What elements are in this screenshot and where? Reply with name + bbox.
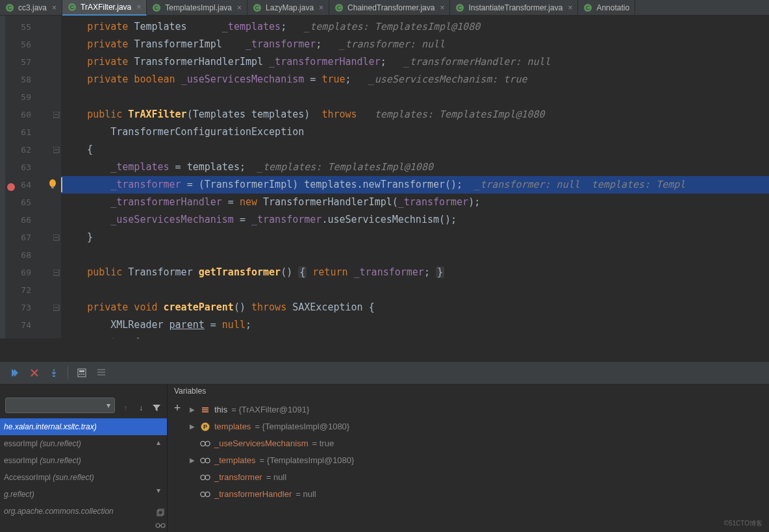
- code-line[interactable]: _transformer = (TransformerImpl) templat…: [61, 176, 769, 194]
- variables-tree[interactable]: ▶this = {TrAXFilter@1091}▶Ptemplates = {…: [187, 399, 769, 532]
- list-icon[interactable]: [95, 367, 107, 379]
- scroll-down-icon[interactable]: ▾: [157, 486, 166, 495]
- variable-name: _useServicesMechanism: [214, 435, 309, 452]
- code-area[interactable]: private Templates _templates; _templates…: [61, 16, 769, 338]
- variable-row[interactable]: ▶Ptemplates = {TemplatesImpl@1080}: [187, 418, 769, 435]
- code-line[interactable]: private Templates _templates; _templates…: [61, 18, 769, 36]
- code-line[interactable]: [61, 246, 769, 264]
- file-tab[interactable]: CAnnotatio: [578, 0, 635, 16]
- line-number[interactable]: 65: [5, 194, 38, 211]
- code-line[interactable]: [61, 281, 769, 299]
- variable-row[interactable]: _useServicesMechanism = true: [187, 435, 769, 452]
- fold-icon[interactable]: [38, 106, 61, 123]
- glasses-icon[interactable]: [155, 520, 166, 531]
- gutter-mark-row: [38, 211, 61, 229]
- variable-name: _templates: [214, 452, 256, 469]
- line-number[interactable]: 64: [5, 176, 38, 194]
- file-tab[interactable]: Ccc3.java×: [0, 0, 62, 16]
- close-tab-icon[interactable]: ×: [568, 3, 572, 12]
- code-line[interactable]: public TrAXFilter(Templates templates) t…: [61, 106, 769, 123]
- debug-panel: ▾ ↑ ↓ he.xalan.internal.xsltc.trax)essor…: [0, 385, 769, 532]
- expand-icon[interactable]: ▶: [190, 418, 196, 435]
- variable-row[interactable]: ▶this = {TrAXFilter@1091}: [187, 401, 769, 418]
- file-tab[interactable]: CChainedTransformer.java×: [329, 0, 450, 16]
- stack-frame-row[interactable]: g.reflect): [0, 486, 167, 503]
- thread-dropdown[interactable]: ▾: [5, 398, 115, 413]
- close-tab-icon[interactable]: ×: [319, 3, 323, 12]
- code-line[interactable]: _useServicesMechanism = _transformer.use…: [61, 211, 769, 229]
- line-number[interactable]: 74: [5, 316, 38, 334]
- code-line[interactable]: }: [61, 229, 769, 246]
- line-number[interactable]: 72: [5, 281, 38, 299]
- fold-icon[interactable]: [38, 299, 61, 316]
- frames-list[interactable]: he.xalan.internal.xsltc.trax)essorImpl (…: [0, 418, 167, 532]
- next-frame-icon[interactable]: ↓: [136, 403, 146, 413]
- code-line[interactable]: XMLReader parent = null;: [61, 316, 769, 334]
- code-line[interactable]: TransformerConfigurationException: [61, 123, 769, 141]
- file-tab[interactable]: CTemplatesImpl.java×: [147, 0, 247, 16]
- code-line[interactable]: [61, 88, 769, 106]
- line-number[interactable]: 67: [5, 229, 38, 246]
- fold-icon[interactable]: [38, 141, 61, 158]
- close-tab-icon[interactable]: ×: [440, 3, 444, 12]
- rerun-icon[interactable]: [9, 367, 21, 379]
- variable-row[interactable]: ▶_templates = {TemplatesImpl@1080}: [187, 452, 769, 469]
- line-number[interactable]: 75: [5, 334, 38, 338]
- scroll-up-icon[interactable]: ▴: [157, 438, 166, 447]
- stack-frame-row[interactable]: he.xalan.internal.xsltc.trax): [0, 418, 167, 435]
- line-gutter[interactable]: 555657585960@61626364656667686972737475: [5, 16, 38, 338]
- filter-icon[interactable]: [151, 403, 162, 413]
- calculator-icon[interactable]: [76, 367, 88, 379]
- variable-name: this: [214, 401, 227, 418]
- variable-row[interactable]: _transformer = null: [187, 469, 769, 486]
- line-number[interactable]: 73: [5, 299, 38, 316]
- line-number[interactable]: 66: [5, 211, 38, 229]
- gutter-marks[interactable]: [38, 16, 61, 338]
- expand-icon[interactable]: ▶: [190, 401, 196, 418]
- line-number[interactable]: 60@: [5, 106, 38, 123]
- close-tab-icon[interactable]: ×: [52, 3, 57, 12]
- line-number[interactable]: 61: [5, 123, 38, 141]
- breakpoint-icon[interactable]: [6, 180, 16, 189]
- close-tab-icon[interactable]: ×: [136, 3, 141, 12]
- line-number[interactable]: 55: [5, 18, 38, 36]
- frames-scrollbar[interactable]: ▴ ▾: [157, 418, 167, 495]
- file-tab[interactable]: CTrAXFilter.java×: [62, 0, 147, 16]
- line-number[interactable]: 63: [5, 158, 38, 176]
- java-class-icon: C: [152, 3, 161, 12]
- stop-icon[interactable]: [29, 367, 40, 379]
- code-line[interactable]: private void createParent() throws SAXEx…: [61, 299, 769, 316]
- fold-icon[interactable]: [38, 334, 61, 338]
- file-tab[interactable]: CInstantiateTransformer.java×: [450, 0, 578, 16]
- file-tab[interactable]: CLazyMap.java×: [247, 0, 329, 16]
- variable-row[interactable]: _transformerHandler = null: [187, 486, 769, 503]
- left-tool-strip[interactable]: [0, 16, 5, 338]
- copy-stack-icon[interactable]: [155, 507, 166, 518]
- code-line[interactable]: _templates = templates; _templates: Temp…: [61, 158, 769, 176]
- fold-icon[interactable]: [38, 229, 61, 246]
- code-line[interactable]: private TransformerHandlerImpl _transfor…: [61, 53, 769, 71]
- step-into-icon[interactable]: [48, 367, 60, 379]
- code-line[interactable]: _transformerHandler = new TransformerHan…: [61, 194, 769, 211]
- code-line[interactable]: private boolean _useServicesMechanism = …: [61, 71, 769, 88]
- stack-frame-row[interactable]: org.apache.commons.collection: [0, 503, 167, 520]
- fold-icon[interactable]: [38, 264, 61, 281]
- intention-bulb-icon[interactable]: [48, 179, 57, 193]
- close-tab-icon[interactable]: ×: [237, 3, 242, 12]
- line-number[interactable]: 58: [5, 71, 38, 88]
- stack-frame-row[interactable]: AccessorImpl (sun.reflect): [0, 469, 167, 486]
- line-number[interactable]: 69: [5, 264, 38, 281]
- stack-frame-row[interactable]: essorImpl (sun.reflect): [0, 435, 167, 452]
- stack-frame-row[interactable]: essorImpl (sun.reflect): [0, 452, 167, 469]
- add-watch-icon[interactable]: +: [172, 403, 183, 413]
- code-line[interactable]: try {: [61, 334, 769, 338]
- code-line[interactable]: {: [61, 141, 769, 158]
- line-number[interactable]: 62: [5, 141, 38, 158]
- line-number[interactable]: 57: [5, 53, 38, 71]
- line-number[interactable]: 59: [5, 88, 38, 106]
- code-line[interactable]: public Transformer getTransformer() { re…: [61, 264, 769, 281]
- expand-icon[interactable]: ▶: [190, 452, 196, 469]
- line-number[interactable]: 68: [5, 246, 38, 264]
- line-number[interactable]: 56: [5, 36, 38, 53]
- code-line[interactable]: private TransformerImpl _transformer; _t…: [61, 36, 769, 53]
